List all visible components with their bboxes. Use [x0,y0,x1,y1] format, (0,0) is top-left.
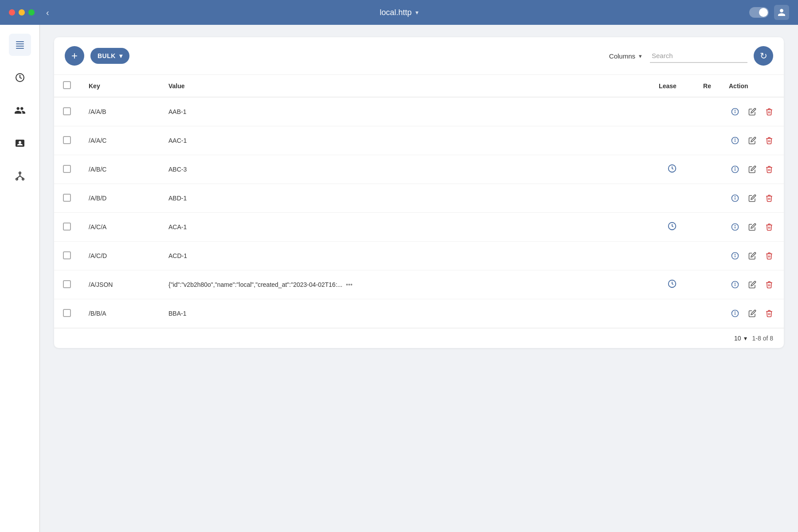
back-button[interactable]: ‹ [46,8,49,18]
search-input[interactable] [652,52,740,59]
delete-button[interactable] [763,308,775,319]
header-value: Value [160,75,650,97]
data-table: Key Value Lease Re Action /A/A/BAAB-1 [54,75,784,328]
sidebar-item-users[interactable] [9,99,31,121]
refresh-icon: ↻ [760,51,767,61]
table-body: /A/A/BAAB-1 [54,97,784,328]
table-footer: 10 ▾ 1-8 of 8 [54,328,784,348]
delete-button[interactable] [763,250,775,262]
cell-value: AAC-1 [160,126,650,155]
info-button[interactable] [729,278,741,291]
columns-button[interactable]: Columns ▾ [607,49,644,63]
info-button[interactable] [729,163,741,176]
edit-button[interactable] [747,221,758,233]
cell-action [720,126,784,155]
table-row: /A/B/DABD-1 [54,184,784,213]
info-button[interactable] [729,250,741,262]
lease-clock-icon [667,165,677,175]
cell-key: /A/B/C [80,155,160,184]
info-button[interactable] [729,106,741,118]
delete-icon [765,252,773,260]
per-page-arrow[interactable]: ▾ [744,335,747,342]
clock-icon [15,72,25,83]
lease-clock-icon [667,281,677,290]
close-traffic-light[interactable] [9,9,15,16]
cell-lease [650,184,694,213]
row-checkbox[interactable] [63,251,71,259]
bulk-button[interactable]: BULK ▾ [90,48,129,64]
sidebar-item-branch[interactable] [9,165,31,187]
delete-button[interactable] [763,106,775,117]
svg-point-6 [16,178,18,180]
edit-button[interactable] [747,192,758,204]
edit-button[interactable] [747,135,758,146]
titlebar-right [749,5,789,20]
delete-button[interactable] [763,135,775,146]
add-button[interactable]: + [65,46,84,66]
pagination-info: 1-8 of 8 [752,335,773,342]
svg-line-10 [20,176,23,178]
select-all-checkbox[interactable] [63,81,71,89]
header-action: Action [720,75,784,97]
delete-button[interactable] [763,164,775,175]
sidebar-item-clock[interactable] [9,66,31,89]
edit-button[interactable] [747,250,758,262]
svg-rect-2 [16,46,24,47]
cell-key: /A/A/C [80,126,160,155]
cell-value: ABD-1 [160,184,650,213]
edit-button[interactable] [747,279,758,290]
table-row: /A/A/BAAB-1 [54,97,784,126]
refresh-button[interactable]: ↻ [754,46,773,66]
row-checkbox[interactable] [63,223,71,231]
edit-button[interactable] [747,106,758,117]
user-icon-button[interactable] [774,5,789,20]
row-checkbox[interactable] [63,107,71,115]
sidebar-item-list[interactable] [9,34,31,56]
delete-button[interactable] [763,221,775,233]
user-icon [777,8,786,17]
delete-button[interactable] [763,192,775,204]
edit-icon [748,108,756,116]
edit-button[interactable] [747,308,758,319]
row-checkbox[interactable] [63,194,71,202]
delete-icon [765,223,773,231]
cell-re [694,299,720,328]
row-checkbox[interactable] [63,280,71,288]
row-checkbox[interactable] [63,136,71,144]
bulk-arrow: ▾ [119,52,123,59]
info-button[interactable] [729,192,741,204]
info-icon [731,251,739,260]
sidebar [0,25,40,532]
id-card-icon [15,138,25,149]
maximize-traffic-light[interactable] [28,9,35,16]
per-page-value: 10 [734,335,741,342]
header-key: Key [80,75,160,97]
svg-rect-0 [16,41,24,42]
title-dropdown-arrow[interactable]: ▾ [415,9,419,16]
cell-re [694,126,720,155]
row-checkbox[interactable] [63,309,71,317]
info-button[interactable] [729,134,741,147]
theme-toggle-button[interactable] [749,7,769,18]
cell-re [694,97,720,126]
sidebar-item-id[interactable] [9,132,31,154]
info-button[interactable] [729,307,741,320]
cell-value: ACA-1 [160,213,650,242]
cell-re [694,155,720,184]
minimize-traffic-light[interactable] [19,9,25,16]
cell-lease [650,299,694,328]
header-re: Re [694,75,720,97]
cell-value: ABC-3 [160,155,650,184]
cell-value: ACD-1 [160,242,650,270]
delete-icon [765,137,773,145]
edit-button[interactable] [747,164,758,175]
row-checkbox[interactable] [63,165,71,173]
cell-action [720,97,784,126]
per-page-selector: 10 ▾ [734,335,747,342]
toolbar: + BULK ▾ Columns ▾ ↻ [54,37,784,75]
svg-line-9 [17,176,20,178]
cell-lease [650,97,694,126]
delete-button[interactable] [763,279,775,290]
info-button[interactable] [729,221,741,233]
cell-lease [650,155,694,184]
